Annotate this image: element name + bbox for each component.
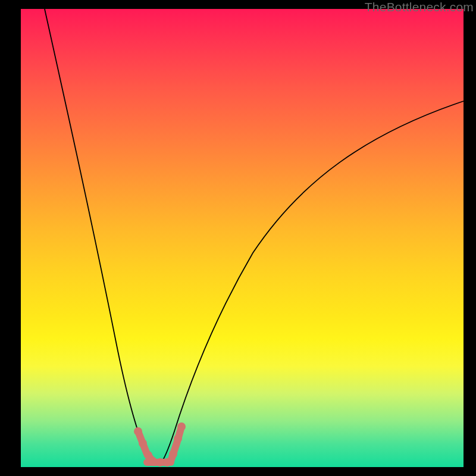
marker-dot bbox=[163, 458, 171, 466]
marker-dot bbox=[174, 434, 182, 443]
curve-left-branch bbox=[45, 9, 159, 464]
curve-right-branch bbox=[160, 101, 464, 464]
marker-dot bbox=[177, 422, 186, 431]
marker-dot bbox=[169, 450, 177, 458]
marker-dot bbox=[139, 439, 147, 447]
marker-dot bbox=[134, 427, 142, 436]
marker-dot bbox=[156, 458, 164, 466]
marker-dot bbox=[149, 457, 157, 465]
plot-area bbox=[21, 9, 464, 467]
watermark-text: TheBottleneck.com bbox=[365, 0, 474, 14]
bottleneck-curve bbox=[21, 9, 464, 467]
